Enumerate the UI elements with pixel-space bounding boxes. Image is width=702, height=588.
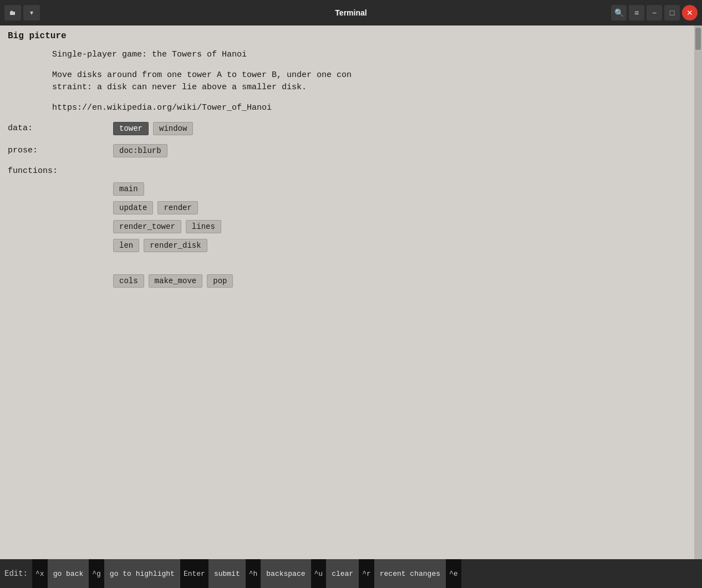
chip-pop[interactable]: pop [207,274,233,288]
titlebar-controls: 🔍 ≡ − □ ✕ [611,5,698,21]
functions-grid: main update render render_tower lines le… [113,182,686,288]
link-text: https://en.wikipedia.org/wiki/Tower_of_H… [52,103,272,113]
terminal-container: Big picture Single-player game: the Towe… [0,25,702,559]
label-submit[interactable]: submit [208,559,246,588]
data-section: data: tower window [8,122,686,135]
minimize-icon: − [652,8,657,17]
maximize-button[interactable]: □ [664,5,680,21]
close-icon: ✕ [686,8,693,17]
key-g: ^g [89,559,104,588]
chip-main[interactable]: main [113,182,144,196]
bottom-bar: Edit: ^x go back ^g go to highlight Ente… [0,559,702,588]
data-label: data: [8,122,113,133]
scrollbar-thumb[interactable] [695,28,701,50]
scrollbar[interactable] [694,25,702,559]
window-title: Terminal [335,8,367,17]
chip-lines[interactable]: lines [186,220,221,233]
key-r: ^r [359,559,374,588]
key-enter: Enter [180,559,208,588]
chip-render-disk[interactable]: render_disk [144,239,207,252]
chip-update[interactable]: update [113,201,153,214]
functions-section: functions: main update render render_tow… [8,166,686,288]
chip-tower[interactable]: tower [113,122,149,135]
key-u: ^u [311,559,327,588]
search-icon: 🔍 [614,8,624,17]
func-row-2: update render [113,201,686,214]
bar-item-3: Enter submit [180,559,246,588]
search-button[interactable]: 🔍 [611,5,627,21]
minimize-button[interactable]: − [647,5,662,21]
chip-cols[interactable]: cols [113,274,144,288]
bar-item-7: ^e [446,559,461,588]
maximize-icon: □ [670,8,674,17]
pin-button[interactable]: 🖿 [4,5,21,21]
func-row-1: main [113,182,686,196]
dropdown-button[interactable]: ▾ [23,5,40,21]
paragraph-3: https://en.wikipedia.org/wiki/Tower_of_H… [52,102,686,115]
menu-icon: ≡ [634,8,639,17]
label-go-back[interactable]: go back [48,559,89,588]
bar-item-2: ^g go to highlight [89,559,180,588]
label-recent-changes[interactable]: recent changes [374,559,446,588]
bar-item-5: ^u clear [311,559,359,588]
paragraph-1-text: Single-player game: the Towers of Hanoi [52,50,247,59]
func-row-4: len render_disk [113,239,686,252]
bar-item-6: ^r recent changes [359,559,446,588]
func-row-5 [113,258,686,269]
titlebar: 🖿 ▾ Terminal 🔍 ≡ − □ ✕ [0,0,702,25]
edit-label: Edit: [0,569,32,578]
paragraph-1: Single-player game: the Towers of Hanoi [52,49,686,62]
func-row-3: render_tower lines [113,220,686,233]
pin-icon: 🖿 [9,9,16,17]
prose-label: prose: [8,144,113,155]
paragraph-2: Move disks around from one tower A to to… [52,69,686,94]
chip-render-tower[interactable]: render_tower [113,220,181,233]
key-x: ^x [32,559,48,588]
chip-len[interactable]: len [113,239,139,252]
terminal-content[interactable]: Big picture Single-player game: the Towe… [0,25,694,559]
chip-window[interactable]: window [153,122,193,135]
functions-label: functions: [8,166,686,176]
chip-doc-blurb[interactable]: doc:blurb [113,144,167,157]
close-button[interactable]: ✕ [682,5,698,21]
key-e: ^e [446,559,461,588]
label-backspace[interactable]: backspace [261,559,311,588]
chip-make-move[interactable]: make_move [149,274,203,288]
prose-chips: doc:blurb [113,144,167,157]
label-clear[interactable]: clear [326,559,359,588]
bar-item-1: ^x go back [32,559,89,588]
bar-item-4: ^h backspace [246,559,311,588]
prose-section: prose: doc:blurb [8,144,686,157]
paragraph-2-text: Move disks around from one tower A to to… [52,70,352,93]
data-chips: tower window [113,122,193,135]
chevron-down-icon: ▾ [30,9,33,17]
func-row-6: cols make_move pop [113,274,686,288]
chip-render[interactable]: render [157,201,197,214]
titlebar-left: 🖿 ▾ [4,5,40,21]
label-go-to-highlight[interactable]: go to highlight [104,559,180,588]
big-picture-title: Big picture [8,31,686,41]
key-h: ^h [246,559,261,588]
menu-button[interactable]: ≡ [629,5,644,21]
